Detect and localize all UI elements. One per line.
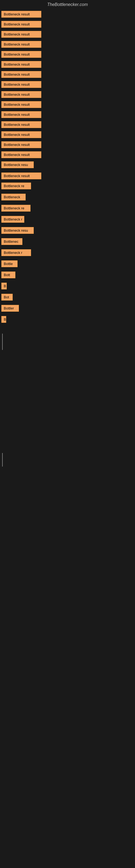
list-item: Bottleneck result [1, 50, 135, 59]
bottleneck-result-label: Bottleneck result [1, 21, 41, 28]
cursor-indicator [2, 334, 3, 350]
list-item: Bottleneck result [1, 69, 135, 80]
bottleneck-result-label: Bottleneck result [1, 151, 41, 158]
list-item: B [1, 281, 135, 292]
list-item: Bottle [1, 259, 135, 270]
list-item: Bottlenec [1, 237, 135, 248]
list-item: Bottleneck resu [1, 160, 135, 171]
bottleneck-result-label: Bottleneck resu [1, 161, 34, 168]
list-item: Bottleneck result [1, 120, 135, 130]
list-item: Bottleneck result [1, 130, 135, 140]
list-item: Bottleneck result [1, 80, 135, 90]
bottleneck-result-label: Bottleneck r [1, 216, 24, 223]
list-item: Bottler [1, 303, 135, 314]
bottleneck-result-label: Bottleneck resu [1, 227, 34, 234]
bottleneck-result-label: Bottleneck result [1, 141, 41, 148]
list-item: Bottleneck result [1, 39, 135, 50]
bottleneck-result-label: Bottleneck result [1, 91, 41, 98]
bottleneck-result-label: Bottleneck result [1, 131, 41, 138]
list-item: Bottleneck resu [1, 225, 135, 237]
bottleneck-result-label: Bottleneck result [1, 51, 41, 58]
bottleneck-result-label: Bottleneck result [1, 31, 41, 38]
bottleneck-result-label: Bot [1, 294, 13, 301]
list-item: Bottleneck result [1, 150, 135, 160]
bottleneck-result-label: Bottleneck r [1, 249, 31, 256]
list-item: Bottleneck re [1, 203, 135, 214]
bottleneck-result-label: B [1, 283, 7, 289]
list-item: Bottleneck result [1, 59, 135, 69]
bottleneck-result-label: Bottleneck re [1, 183, 31, 189]
bottleneck-list: Bottleneck result Bottleneck result Bott… [0, 9, 135, 326]
bottom-cursor-indicator [2, 453, 3, 467]
bottleneck-result-label: Bottleneck result [1, 121, 41, 128]
bottleneck-result-label: Bottleneck [1, 194, 26, 200]
bottleneck-result-label: Bottleneck result [1, 81, 41, 88]
list-item: Bottleneck result [1, 99, 135, 110]
bottleneck-result-label: B [1, 316, 6, 323]
list-item: Bott [1, 270, 135, 281]
list-item: Bottleneck result [1, 110, 135, 120]
list-item: Bottleneck result [1, 19, 135, 29]
bottleneck-result-label: Bottlenec [1, 238, 22, 245]
bottleneck-result-label: Bott [1, 272, 15, 278]
bottom-area [0, 380, 135, 488]
site-title: TheBottlenecker.com [0, 0, 135, 9]
bottleneck-result-label: Bottleneck result [1, 41, 41, 48]
bottleneck-result-label: Bottleneck result [1, 71, 41, 78]
bottleneck-result-label: Bottleneck re [1, 205, 31, 212]
bottleneck-result-label: Bottleneck result [1, 101, 41, 108]
list-item: Bottleneck re [1, 181, 135, 192]
list-item: Bottleneck r [1, 214, 135, 225]
list-item: Bottleneck result [1, 90, 135, 99]
cursor-area [0, 326, 135, 380]
list-item: Bot [1, 292, 135, 303]
list-item: Bottleneck result [1, 9, 135, 19]
list-item: Bottleneck [1, 192, 135, 203]
bottleneck-result-label: Bottleneck result [1, 111, 41, 118]
bottleneck-result-label: Bottler [1, 305, 19, 312]
bottleneck-result-label: Bottleneck result [1, 173, 41, 179]
bottleneck-result-label: Bottleneck result [1, 11, 41, 18]
list-item: Bottleneck r [1, 248, 135, 259]
bottleneck-result-label: Bottleneck result [1, 61, 41, 68]
list-item: B [1, 314, 135, 326]
list-item: Bottleneck result [1, 140, 135, 150]
bottleneck-result-label: Bottle [1, 260, 17, 267]
list-item: Bottleneck result [1, 29, 135, 39]
list-item: Bottleneck result [1, 171, 135, 181]
